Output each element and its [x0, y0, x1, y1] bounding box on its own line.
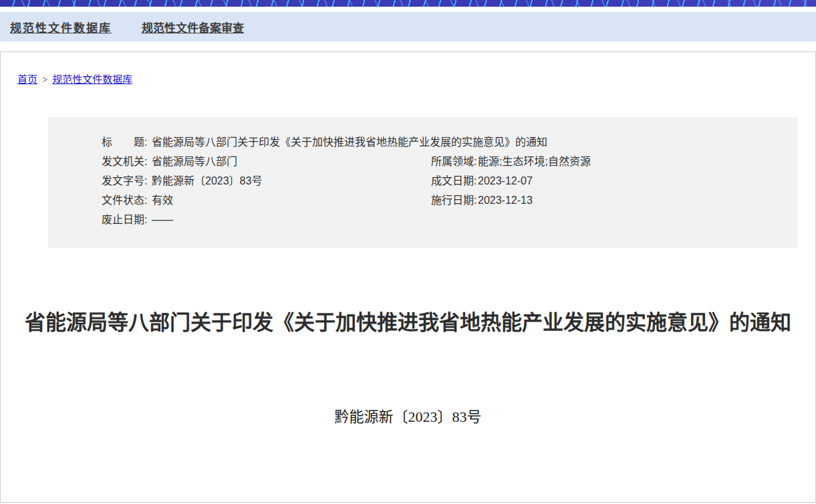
breadcrumb: 首页>规范性文件数据库 — [1, 52, 815, 86]
metadata-row-status-effective: 文件状态: 有效 施行日期: 2023-12-13 — [102, 194, 791, 207]
field-value: 能源;生态环境;自然资源 — [478, 155, 591, 168]
doc-number-label: 发文字号: — [102, 174, 152, 188]
metadata-row-agency-field: 发文机关: 省能源局等八部门 所属领域: 能源;生态环境;自然资源 — [102, 155, 791, 168]
content-panel: 首页>规范性文件数据库 标 题: 省能源局等八部门关于印发《关于加快推进我省地热… — [0, 51, 816, 503]
title-label: 标 题: — [102, 136, 152, 149]
written-date-value: 2023-12-07 — [478, 174, 533, 188]
header-banner-decoration — [0, 0, 816, 7]
repeal-date-value: —— — [152, 213, 173, 227]
title-value: 省能源局等八部门关于印发《关于加快推进我省地热能产业发展的实施意见》的通知 — [152, 136, 547, 149]
status-value: 有效 — [152, 194, 173, 207]
document-number-line: 黔能源新〔2023〕83号 — [1, 404, 815, 426]
written-date-label: 成文日期: — [431, 174, 478, 188]
field-label: 所属领域: — [431, 155, 478, 168]
metadata-row-title: 标 题: 省能源局等八部门关于印发《关于加快推进我省地热能产业发展的实施意见》的… — [102, 136, 791, 149]
tab-normative-documents-database[interactable]: 规范性文件数据库 — [10, 19, 112, 35]
breadcrumb-home-link[interactable]: 首页 — [17, 74, 37, 85]
issuing-agency-label: 发文机关: — [102, 155, 152, 168]
document-title: 省能源局等八部门关于印发《关于加快推进我省地热能产业发展的实施意见》的通知 — [21, 305, 795, 340]
top-nav: 规范性文件数据库 规范性文件备案审查 — [0, 12, 816, 41]
issuing-agency-value: 省能源局等八部门 — [152, 155, 237, 168]
breadcrumb-separator: > — [42, 74, 47, 85]
effective-date-value: 2023-12-13 — [478, 194, 533, 207]
document-metadata-box: 标 题: 省能源局等八部门关于印发《关于加快推进我省地热能产业发展的实施意见》的… — [48, 117, 797, 248]
repeal-date-label: 废止日期: — [102, 213, 152, 227]
breadcrumb-current-link[interactable]: 规范性文件数据库 — [52, 74, 132, 85]
status-label: 文件状态: — [102, 194, 152, 207]
metadata-row-repeal: 废止日期: —— — [102, 213, 791, 227]
doc-number-value: 黔能源新〔2023〕83号 — [152, 174, 262, 188]
metadata-row-number-date: 发文字号: 黔能源新〔2023〕83号 成文日期: 2023-12-07 — [102, 174, 791, 188]
tab-normative-documents-filing-review[interactable]: 规范性文件备案审查 — [142, 19, 244, 35]
effective-date-label: 施行日期: — [431, 194, 478, 207]
